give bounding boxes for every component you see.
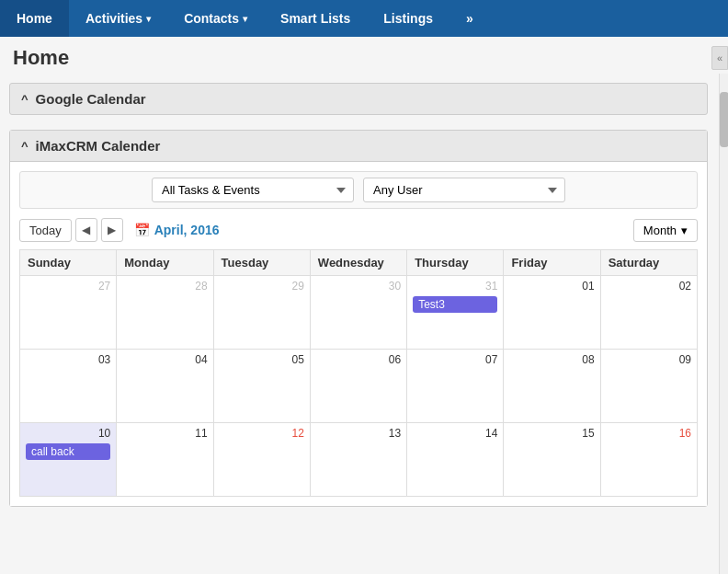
day-number: 15 xyxy=(509,427,594,440)
day-cell[interactable]: 02 xyxy=(600,276,697,350)
day-number: 13 xyxy=(316,427,401,440)
col-wednesday: Wednesday xyxy=(310,250,406,276)
day-cell[interactable]: 16 xyxy=(600,423,697,497)
day-cell[interactable]: 31 Test3 xyxy=(407,276,504,350)
day-cell[interactable]: 09 xyxy=(600,350,697,423)
day-cell[interactable]: 30 xyxy=(310,276,406,350)
calendar-header-row: Sunday Monday Tuesday Wednesday Thursday… xyxy=(20,250,698,276)
day-number: 16 xyxy=(607,427,691,440)
scrollbar-thumb[interactable] xyxy=(720,92,728,147)
day-cell[interactable]: 08 xyxy=(504,350,600,423)
day-cell[interactable]: 01 xyxy=(504,276,600,350)
day-number: 30 xyxy=(316,280,401,293)
nav-more-label: » xyxy=(466,11,473,26)
calendar-body: All Tasks & Events Tasks Events Any User… xyxy=(10,162,707,506)
google-calendar-header[interactable]: ^ Google Calendar xyxy=(10,84,707,114)
google-calendar-caret: ^ xyxy=(21,92,28,106)
day-number: 08 xyxy=(509,353,594,366)
table-row: 10 call back 11 12 13 14 xyxy=(20,423,698,497)
day-cell[interactable]: 15 xyxy=(504,423,600,497)
day-cell[interactable]: 04 xyxy=(117,350,213,423)
col-friday: Friday xyxy=(504,250,600,276)
day-number: 14 xyxy=(413,427,497,440)
nav-activities[interactable]: Activities ▾ xyxy=(69,0,167,37)
nav-activities-chevron: ▾ xyxy=(146,14,151,24)
google-calendar-panel: ^ Google Calendar xyxy=(9,83,708,115)
col-sunday: Sunday xyxy=(20,250,117,276)
event-block[interactable]: call back xyxy=(26,443,110,460)
col-monday: Monday xyxy=(117,250,213,276)
top-navigation: Home Activities ▾ Contacts ▾ Smart Lists… xyxy=(0,0,728,37)
table-row: 27 28 29 30 31 Test3 xyxy=(20,276,698,350)
col-thursday: Thursday xyxy=(407,250,504,276)
calendar-grid: Sunday Monday Tuesday Wednesday Thursday… xyxy=(19,249,698,497)
next-arrow-icon: ▶ xyxy=(108,224,116,236)
cal-nav-left: Today ◀ ▶ 📅 April, 2016 xyxy=(19,218,220,242)
nav-home-label: Home xyxy=(17,11,52,26)
day-cell[interactable]: 27 xyxy=(20,276,117,350)
nav-contacts-label: Contacts xyxy=(184,11,239,26)
col-tuesday: Tuesday xyxy=(213,250,310,276)
day-cell[interactable]: 29 xyxy=(213,276,310,350)
day-cell[interactable]: 05 xyxy=(213,350,310,423)
nav-smart-lists[interactable]: Smart Lists xyxy=(264,0,367,37)
cal-month-label: 📅 April, 2016 xyxy=(134,223,220,237)
day-cell[interactable]: 12 xyxy=(213,423,310,497)
task-filter-select[interactable]: All Tasks & Events Tasks Events xyxy=(152,178,354,202)
nav-activities-label: Activities xyxy=(85,11,142,26)
prev-arrow-icon: ◀ xyxy=(82,224,90,236)
day-number: 09 xyxy=(607,353,691,366)
imax-calendar-caret: ^ xyxy=(21,139,28,153)
nav-contacts[interactable]: Contacts ▾ xyxy=(167,0,264,37)
day-number: 12 xyxy=(220,427,304,440)
col-saturday: Saturday xyxy=(600,250,697,276)
calendar-icon: 📅 xyxy=(134,223,150,237)
day-number: 10 xyxy=(26,427,110,440)
day-number: 07 xyxy=(413,353,497,366)
day-number: 28 xyxy=(122,280,207,293)
google-calendar-title: Google Calendar xyxy=(36,91,146,107)
nav-smart-lists-label: Smart Lists xyxy=(280,11,350,26)
day-cell[interactable]: 28 xyxy=(117,276,213,350)
day-number: 03 xyxy=(26,353,110,366)
scrollbar-track[interactable] xyxy=(719,74,728,574)
day-cell[interactable]: 11 xyxy=(117,423,213,497)
nav-listings-label: Listings xyxy=(383,11,433,26)
day-cell[interactable]: 10 call back xyxy=(20,423,117,497)
event-block[interactable]: Test3 xyxy=(413,296,497,313)
day-number: 31 xyxy=(413,280,497,293)
nav-more[interactable]: » xyxy=(449,0,490,37)
next-month-button[interactable]: ▶ xyxy=(101,218,123,242)
day-number: 04 xyxy=(122,353,207,366)
day-cell[interactable]: 14 xyxy=(407,423,504,497)
day-number: 01 xyxy=(509,280,594,293)
day-cell[interactable]: 13 xyxy=(310,423,406,497)
nav-listings[interactable]: Listings xyxy=(367,0,449,37)
nav-contacts-chevron: ▾ xyxy=(243,14,247,24)
day-number: 06 xyxy=(316,353,401,366)
day-cell[interactable]: 03 xyxy=(20,350,117,423)
month-year-text: April, 2016 xyxy=(154,223,220,237)
today-button[interactable]: Today xyxy=(19,219,72,242)
right-collapse-button[interactable]: « xyxy=(711,46,728,70)
day-number: 27 xyxy=(26,280,110,293)
day-number: 11 xyxy=(122,427,207,440)
table-row: 03 04 05 06 07 xyxy=(20,350,698,423)
user-filter-select[interactable]: Any User Me Others xyxy=(363,178,565,202)
page-title: Home xyxy=(13,46,708,70)
day-cell[interactable]: 07 xyxy=(407,350,504,423)
day-number: 02 xyxy=(607,280,691,293)
nav-home[interactable]: Home xyxy=(0,0,69,37)
imax-calendar-title: iMaxCRM Calender xyxy=(36,138,161,154)
main-content: Home ^ Google Calendar ^ iMaxCRM Calende… xyxy=(0,37,728,574)
imax-calendar-panel: ^ iMaxCRM Calender All Tasks & Events Ta… xyxy=(9,130,708,507)
day-number: 05 xyxy=(220,353,304,366)
month-view-button[interactable]: Month ▾ xyxy=(633,219,698,242)
day-number: 29 xyxy=(220,280,304,293)
view-selector: Month ▾ xyxy=(633,219,698,242)
view-dropdown-icon: ▾ xyxy=(681,224,688,237)
imax-calendar-header[interactable]: ^ iMaxCRM Calender xyxy=(10,131,707,162)
day-cell[interactable]: 06 xyxy=(310,350,406,423)
filter-row: All Tasks & Events Tasks Events Any User… xyxy=(19,171,698,209)
prev-month-button[interactable]: ◀ xyxy=(75,218,97,242)
